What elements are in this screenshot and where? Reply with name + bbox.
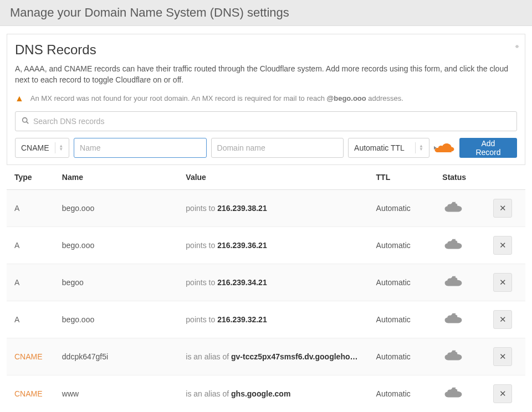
table-row: Abego.ooopoints to 216.239.32.21Automati… <box>7 301 525 338</box>
cell-type[interactable]: CNAME <box>14 389 62 398</box>
cell-ttl[interactable]: Automatic <box>376 278 443 287</box>
cell-type[interactable]: A <box>14 278 62 287</box>
proxy-status-icon[interactable] <box>442 312 493 327</box>
cell-ttl[interactable]: Automatic <box>376 389 443 398</box>
table-header: Type Name Value TTL Status <box>7 165 525 190</box>
record-type-select[interactable]: CNAME ▲▼ <box>15 138 69 158</box>
cell-type[interactable]: A <box>14 315 62 324</box>
delete-button[interactable]: ✕ <box>493 273 512 292</box>
col-header-type: Type <box>14 173 62 182</box>
col-header-ttl: TTL <box>376 173 443 182</box>
proxy-status-icon[interactable] <box>442 275 493 290</box>
cell-ttl[interactable]: Automatic <box>376 352 443 361</box>
delete-button[interactable]: ✕ <box>493 310 512 329</box>
cell-value[interactable]: points to 216.239.38.21 <box>186 204 376 213</box>
search-icon <box>22 117 29 126</box>
proxy-status-icon[interactable] <box>442 386 493 401</box>
proxy-status-icon[interactable] <box>442 349 493 364</box>
collapse-icon[interactable]: ◂▸ <box>515 42 517 50</box>
search-input[interactable] <box>15 111 517 131</box>
stepper-icon: ▲▼ <box>55 142 63 153</box>
warning-icon: ▲ <box>15 94 24 104</box>
record-domain-input-wrap <box>211 138 344 158</box>
proxy-status-icon[interactable] <box>442 200 493 215</box>
search-wrapper <box>15 111 517 131</box>
table-row: Abego.ooopoints to 216.239.36.21Automati… <box>7 227 525 264</box>
table-row: CNAMEwwwis an alias of ghs.google.comAut… <box>7 375 525 412</box>
cell-value[interactable]: is an alias of gv-tccz5px47smsf6.dv.goog… <box>186 352 376 361</box>
add-record-form: CNAME ▲▼ Automatic TTL ▲▼ Add Record <box>15 138 517 158</box>
cell-value[interactable]: points to 216.239.34.21 <box>186 278 376 287</box>
svg-point-0 <box>23 117 27 122</box>
table-row: Abego.ooopoints to 216.239.38.21Automati… <box>7 190 525 227</box>
col-header-status: Status <box>442 173 493 182</box>
stepper-icon: ▲▼ <box>415 142 423 153</box>
page-header: Manage your Domain Name System (DNS) set… <box>0 0 532 26</box>
delete-button[interactable]: ✕ <box>493 199 512 218</box>
cell-name[interactable]: begoo <box>62 278 186 287</box>
cell-value[interactable]: is an alias of ghs.google.com <box>186 389 376 398</box>
record-domain-input[interactable] <box>217 138 337 157</box>
delete-button[interactable]: ✕ <box>493 384 512 403</box>
cell-ttl[interactable]: Automatic <box>376 315 443 324</box>
col-header-name: Name <box>62 173 186 182</box>
table-row: Abegoopoints to 216.239.34.21Automatic✕ <box>7 264 525 301</box>
mx-warning: ▲ An MX record was not found for your ro… <box>15 94 517 104</box>
dns-records-card: ◂▸ DNS Records A, AAAA, and CNAME record… <box>7 34 525 165</box>
add-record-button[interactable]: Add Record <box>459 138 517 158</box>
cell-type[interactable]: A <box>14 204 62 213</box>
cell-name[interactable]: bego.ooo <box>62 204 186 213</box>
delete-button[interactable]: ✕ <box>493 236 512 255</box>
page-title: Manage your Domain Name System (DNS) set… <box>10 6 522 20</box>
cell-ttl[interactable]: Automatic <box>376 241 443 250</box>
cell-name[interactable]: ddcpk647gf5i <box>62 352 186 361</box>
cell-name[interactable]: bego.ooo <box>62 241 186 250</box>
card-title: DNS Records <box>15 42 517 58</box>
cell-type[interactable]: CNAME <box>14 352 62 361</box>
cell-name[interactable]: bego.ooo <box>62 315 186 324</box>
col-header-value: Value <box>186 173 376 182</box>
table-row: CNAMEddcpk647gf5iis an alias of gv-tccz5… <box>7 338 525 375</box>
cell-type[interactable]: A <box>14 241 62 250</box>
cell-value[interactable]: points to 216.239.32.21 <box>186 315 376 324</box>
delete-button[interactable]: ✕ <box>493 347 512 366</box>
cell-name[interactable]: www <box>62 389 186 398</box>
proxy-toggle[interactable] <box>434 142 455 154</box>
proxy-status-icon[interactable] <box>442 238 493 253</box>
cell-ttl[interactable]: Automatic <box>376 204 443 213</box>
svg-line-1 <box>27 122 28 123</box>
warning-text: An MX record was not found for your root… <box>30 94 403 102</box>
table-body: Abego.ooopoints to 216.239.38.21Automati… <box>7 190 525 412</box>
ttl-select[interactable]: Automatic TTL ▲▼ <box>348 138 429 158</box>
cell-value[interactable]: points to 216.239.36.21 <box>186 241 376 250</box>
record-name-input-wrap <box>74 138 206 158</box>
records-table: Type Name Value TTL Status Abego.ooopoin… <box>7 165 525 412</box>
card-description: A, AAAA, and CNAME records can have thei… <box>15 63 517 86</box>
record-name-input[interactable] <box>80 138 200 157</box>
